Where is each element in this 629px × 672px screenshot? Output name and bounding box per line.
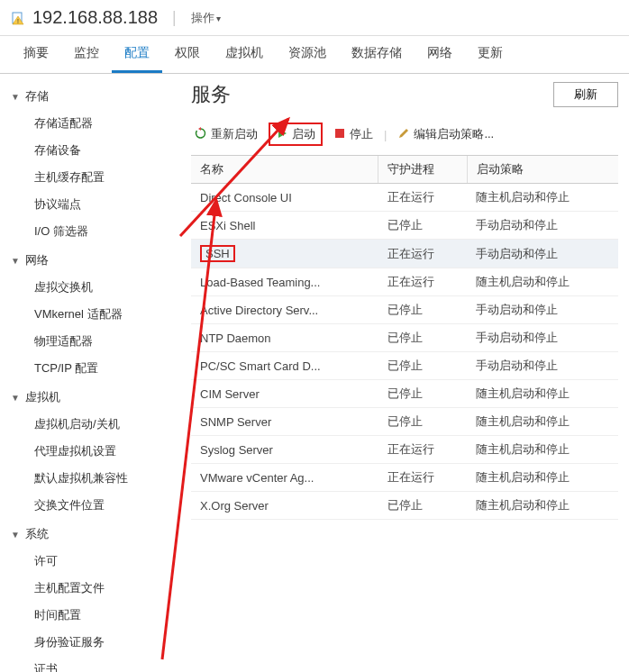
table-row[interactable]: PC/SC Smart Card D...已停止手动启动和停止 xyxy=(191,352,618,380)
content-pane: 服务 刷新 重新启动 启动 停止 | 编辑启动策略... 名称守护进程启动策 xyxy=(180,74,629,672)
sidebar-item-虚拟交换机[interactable]: 虚拟交换机 xyxy=(7,274,180,301)
policy-cell: 随主机启动和停止 xyxy=(467,184,618,212)
policy-cell: 随主机启动和停止 xyxy=(467,408,618,436)
table-row[interactable]: Syslog Server正在运行随主机启动和停止 xyxy=(191,436,618,464)
table-row[interactable]: Direct Console UI正在运行随主机启动和停止 xyxy=(191,184,618,212)
daemon-cell: 已停止 xyxy=(378,408,468,436)
table-row[interactable]: SSH正在运行手动启动和停止 xyxy=(191,240,618,268)
table-row[interactable]: Load-Based Teaming...正在运行随主机启动和停止 xyxy=(191,268,618,296)
play-icon xyxy=(276,127,288,142)
daemon-cell: 已停止 xyxy=(378,492,468,520)
daemon-cell: 已停止 xyxy=(378,352,468,380)
sidebar-item-协议端点[interactable]: 协议端点 xyxy=(7,191,180,218)
policy-cell: 手动启动和停止 xyxy=(467,296,618,324)
table-row[interactable]: VMware vCenter Ag...正在运行随主机启动和停止 xyxy=(191,464,618,492)
sidebar-item-时间配置[interactable]: 时间配置 xyxy=(7,602,180,629)
service-name-cell: PC/SC Smart Card D... xyxy=(191,352,378,380)
service-name-cell: VMware vCenter Ag... xyxy=(191,464,378,492)
table-row[interactable]: CIM Server已停止随主机启动和停止 xyxy=(191,380,618,408)
chevron-down-icon: ▾ xyxy=(216,14,221,23)
tab-摘要[interactable]: 摘要 xyxy=(11,36,61,73)
daemon-cell: 已停止 xyxy=(378,296,468,324)
table-row[interactable]: NTP Daemon已停止手动启动和停止 xyxy=(191,324,618,352)
stop-button[interactable]: 停止 xyxy=(330,124,377,144)
table-row[interactable]: X.Org Server已停止随主机启动和停止 xyxy=(191,492,618,520)
services-table: 名称守护进程启动策略 Direct Console UI正在运行随主机启动和停止… xyxy=(191,155,618,520)
sidebar-item-代理虚拟机设置[interactable]: 代理虚拟机设置 xyxy=(7,438,180,465)
sidebar-item-TCP/IP 配置[interactable]: TCP/IP 配置 xyxy=(7,355,180,382)
header-separator: | xyxy=(172,8,177,27)
tab-资源池[interactable]: 资源池 xyxy=(276,36,339,73)
sidebar-item-存储设备[interactable]: 存储设备 xyxy=(7,137,180,164)
pencil-icon xyxy=(397,127,410,142)
sidebar-group-系统[interactable]: ▼系统 xyxy=(7,521,180,548)
tab-权限[interactable]: 权限 xyxy=(162,36,213,73)
chevron-down-icon: ▼ xyxy=(11,92,22,102)
sidebar-item-默认虚拟机兼容性[interactable]: 默认虚拟机兼容性 xyxy=(7,465,180,492)
tab-配置[interactable]: 配置 xyxy=(112,36,162,73)
sidebar-item-身份验证服务[interactable]: 身份验证服务 xyxy=(7,629,180,656)
tab-更新[interactable]: 更新 xyxy=(465,36,515,73)
refresh-button[interactable]: 刷新 xyxy=(553,82,618,107)
service-name-cell: ESXi Shell xyxy=(191,212,378,240)
sidebar-item-主机配置文件[interactable]: 主机配置文件 xyxy=(7,575,180,602)
policy-cell: 随主机启动和停止 xyxy=(467,464,618,492)
chevron-down-icon: ▼ xyxy=(11,393,22,403)
policy-cell: 手动启动和停止 xyxy=(467,352,618,380)
service-name-cell: SNMP Server xyxy=(191,408,378,436)
policy-cell: 手动启动和停止 xyxy=(467,324,618,352)
svg-marker-4 xyxy=(278,129,287,138)
policy-cell: 随主机启动和停止 xyxy=(467,268,618,296)
chevron-down-icon: ▼ xyxy=(11,256,22,266)
config-sidebar: ▼存储存储适配器存储设备主机缓存配置协议端点I/O 筛选器▼网络虚拟交换机VMk… xyxy=(0,74,180,672)
policy-cell: 手动启动和停止 xyxy=(467,212,618,240)
daemon-cell: 正在运行 xyxy=(378,240,468,268)
tab-虚拟机[interactable]: 虚拟机 xyxy=(213,36,276,73)
daemon-cell: 已停止 xyxy=(378,380,468,408)
service-name-cell: CIM Server xyxy=(191,380,378,408)
sidebar-item-许可[interactable]: 许可 xyxy=(7,548,180,575)
table-row[interactable]: ESXi Shell已停止手动启动和停止 xyxy=(191,212,618,240)
restart-button[interactable]: 重新启动 xyxy=(191,124,261,144)
policy-cell: 随主机启动和停止 xyxy=(467,436,618,464)
service-name-cell: X.Org Server xyxy=(191,492,378,520)
service-name-cell: Load-Based Teaming... xyxy=(191,268,378,296)
svg-text:!: ! xyxy=(17,18,19,24)
policy-cell: 随主机启动和停止 xyxy=(467,380,618,408)
start-button[interactable]: 启动 xyxy=(269,123,323,146)
sidebar-item-虚拟机启动/关机[interactable]: 虚拟机启动/关机 xyxy=(7,411,180,438)
actions-menu[interactable]: 操作▾ xyxy=(191,10,221,26)
sidebar-item-存储适配器[interactable]: 存储适配器 xyxy=(7,110,180,137)
sidebar-group-网络[interactable]: ▼网络 xyxy=(7,247,180,274)
page-header: ! 192.168.88.188 | 操作▾ xyxy=(0,0,629,36)
daemon-cell: 正在运行 xyxy=(378,268,468,296)
edit-startup-policy-button[interactable]: 编辑启动策略... xyxy=(394,124,497,144)
service-name-cell: Active Directory Serv... xyxy=(191,296,378,324)
sidebar-item-物理适配器[interactable]: 物理适配器 xyxy=(7,328,180,355)
host-warning-icon: ! xyxy=(11,11,25,25)
sidebar-item-VMkernel 适配器[interactable]: VMkernel 适配器 xyxy=(7,301,180,328)
column-header-守护进程[interactable]: 守护进程 xyxy=(378,156,468,184)
tab-数据存储[interactable]: 数据存储 xyxy=(339,36,415,73)
service-name-cell: SSH xyxy=(191,240,378,268)
sidebar-group-虚拟机[interactable]: ▼虚拟机 xyxy=(7,384,180,411)
sidebar-item-I/O 筛选器[interactable]: I/O 筛选器 xyxy=(7,218,180,245)
table-row[interactable]: Active Directory Serv...已停止手动启动和停止 xyxy=(191,296,618,324)
table-row[interactable]: SNMP Server已停止随主机启动和停止 xyxy=(191,408,618,436)
main-tabs: 摘要监控配置权限虚拟机资源池数据存储网络更新 xyxy=(0,36,629,74)
host-title: 192.168.88.188 xyxy=(32,7,158,28)
column-header-名称[interactable]: 名称 xyxy=(191,156,378,184)
sidebar-item-主机缓存配置[interactable]: 主机缓存配置 xyxy=(7,164,180,191)
tab-网络[interactable]: 网络 xyxy=(415,36,465,73)
column-header-启动策略[interactable]: 启动策略 xyxy=(467,156,618,184)
sidebar-item-交换文件位置[interactable]: 交换文件位置 xyxy=(7,492,180,519)
service-name-cell: Syslog Server xyxy=(191,436,378,464)
svg-rect-5 xyxy=(335,129,344,138)
stop-icon xyxy=(333,127,346,142)
daemon-cell: 正在运行 xyxy=(378,464,468,492)
service-name-cell: NTP Daemon xyxy=(191,324,378,352)
sidebar-group-存储[interactable]: ▼存储 xyxy=(7,83,180,110)
sidebar-item-证书[interactable]: 证书 xyxy=(7,656,180,672)
tab-监控[interactable]: 监控 xyxy=(61,36,112,73)
chevron-down-icon: ▼ xyxy=(11,530,22,540)
